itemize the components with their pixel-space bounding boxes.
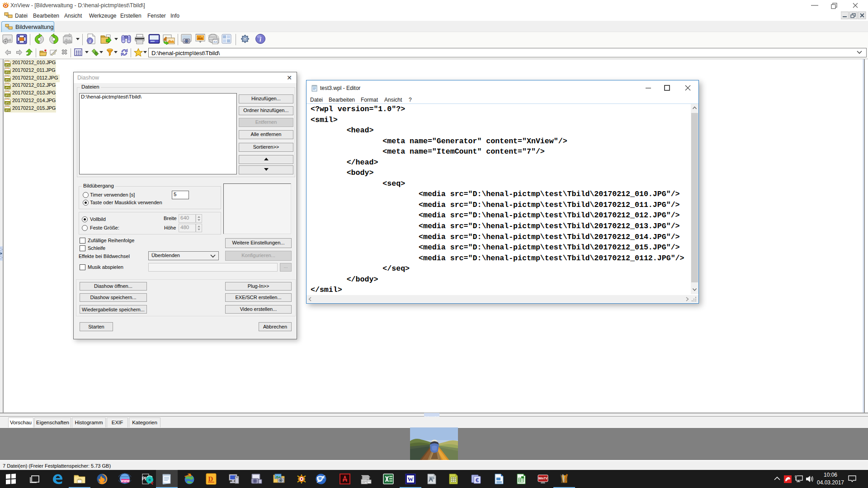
svg-text:JPG: JPG	[5, 86, 10, 89]
svg-text:JPG: JPG	[5, 109, 10, 112]
svg-text:WWW: WWW	[121, 479, 130, 483]
svg-text:D: D	[208, 475, 213, 483]
svg-text:JPG: JPG	[5, 71, 10, 74]
svg-text:i: i	[259, 36, 261, 43]
svg-text:WinTV: WinTV	[538, 477, 548, 480]
svg-text:€: €	[476, 477, 479, 483]
svg-text:JPG: JPG	[5, 64, 10, 66]
svg-text:JPG: JPG	[5, 102, 10, 104]
svg-text:W: W	[408, 476, 414, 483]
svg-text:JPG: JPG	[5, 94, 10, 97]
svg-text:JPG: JPG	[5, 79, 10, 81]
